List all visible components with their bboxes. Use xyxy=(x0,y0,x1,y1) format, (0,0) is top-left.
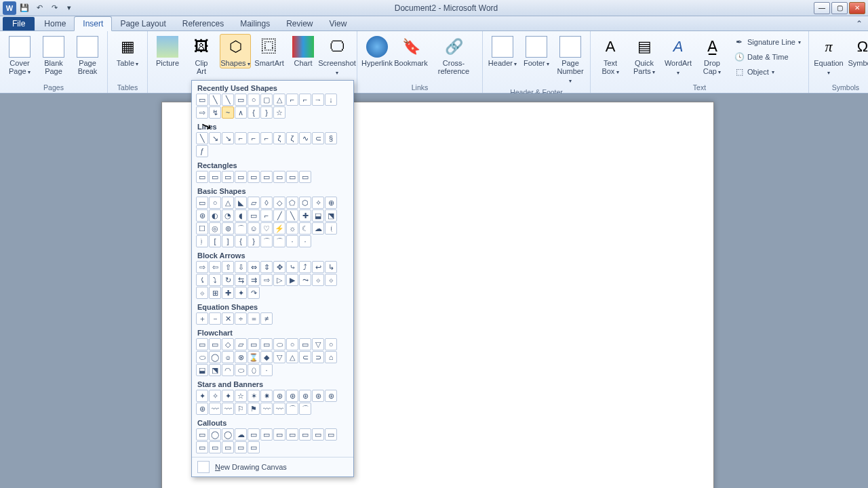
shape-item[interactable]: ▭ xyxy=(235,94,247,106)
shape-item[interactable]: ] xyxy=(222,235,234,247)
blank-page-button[interactable]: Blank Page xyxy=(38,34,69,76)
shape-item[interactable]: § xyxy=(325,132,337,144)
shape-item[interactable]: ⌂ xyxy=(325,351,337,363)
shape-item[interactable]: △ xyxy=(273,94,285,106)
shape-item[interactable]: ⟯ xyxy=(196,235,208,247)
quickparts-button[interactable]: ▤Quick Parts xyxy=(629,34,660,77)
shape-item[interactable]: ☁ xyxy=(312,222,324,235)
collapse-ribbon-icon[interactable]: ⌃ xyxy=(856,19,863,28)
shape-item[interactable]: ▭ xyxy=(273,428,285,441)
shape-item[interactable]: ✚ xyxy=(222,287,234,299)
shape-item[interactable]: ◯ xyxy=(209,351,221,363)
shape-item[interactable]: ⚐ xyxy=(235,403,247,415)
shape-item[interactable]: ⤵ xyxy=(209,274,221,286)
shapes-button[interactable]: ⬡Shapes xyxy=(220,34,251,68)
shape-item[interactable]: ◐ xyxy=(209,209,221,222)
shape-item[interactable]: ⌐ xyxy=(260,209,273,222)
shape-item[interactable]: ◆ xyxy=(260,351,273,363)
cover-page-button[interactable]: Cover Page xyxy=(4,34,35,77)
shape-item[interactable]: 〰 xyxy=(209,403,221,415)
shape-item[interactable]: ⌾ xyxy=(222,351,234,363)
shape-item[interactable]: ≠ xyxy=(260,312,273,325)
shape-item[interactable]: ▭ xyxy=(260,428,273,441)
shape-item[interactable]: ☆ xyxy=(235,390,247,402)
shape-item[interactable]: ⬭ xyxy=(273,338,285,350)
file-tab[interactable]: File xyxy=(3,17,35,30)
shape-item[interactable]: ⌒ xyxy=(260,235,273,247)
shape-item[interactable]: ⬓ xyxy=(196,364,208,376)
shape-item[interactable]: ⊂ xyxy=(312,132,324,144)
shape-item[interactable]: ⇔ xyxy=(248,261,260,273)
shape-item[interactable]: · xyxy=(286,235,298,247)
shape-item[interactable]: ▭ xyxy=(196,428,208,441)
shape-item[interactable]: ◊ xyxy=(260,197,273,209)
shape-item[interactable]: ▭ xyxy=(235,171,247,183)
shape-item[interactable]: ╲ xyxy=(209,94,221,106)
shape-item[interactable]: ⇨ xyxy=(196,106,208,119)
smartart-button[interactable]: ⿴SmartArt xyxy=(254,34,285,68)
textbox-button[interactable]: AText Box xyxy=(595,34,626,77)
shape-item[interactable]: ζ xyxy=(273,132,285,144)
shape-item[interactable]: ⚡ xyxy=(273,222,285,235)
minimize-button[interactable]: — xyxy=(814,2,830,14)
shape-item[interactable]: ⬡ xyxy=(299,197,311,209)
shape-item[interactable]: 〰 xyxy=(260,403,273,415)
shape-item[interactable]: ○ xyxy=(325,338,337,350)
equation-button[interactable]: πEquation xyxy=(813,34,844,77)
shape-item[interactable]: ＋ xyxy=(196,312,208,325)
shape-item[interactable]: ⌒ xyxy=(286,403,298,415)
shape-item[interactable]: ✚ xyxy=(299,209,311,222)
shape-item[interactable]: ○ xyxy=(286,338,298,350)
shape-item[interactable]: ⟐ xyxy=(325,274,337,286)
shape-item[interactable]: ▭ xyxy=(248,441,260,453)
shape-item[interactable]: ◠ xyxy=(222,364,234,376)
shape-item[interactable]: ▭ xyxy=(196,94,208,106)
shape-item[interactable]: ▭ xyxy=(209,338,221,350)
symbol-button[interactable]: ΩSymbol xyxy=(847,34,868,68)
shape-item[interactable]: 〰 xyxy=(273,403,285,415)
picture-button[interactable]: Picture xyxy=(152,34,183,68)
hyperlink-button[interactable]: Hyperlink xyxy=(361,34,393,68)
shape-item[interactable]: ✶ xyxy=(248,390,260,402)
shape-item[interactable]: ▭ xyxy=(196,171,208,183)
shape-item[interactable]: ▭ xyxy=(286,171,298,183)
shape-item[interactable]: ╲ xyxy=(196,132,208,144)
shape-item[interactable]: ✧ xyxy=(209,390,221,402)
shape-item[interactable]: ☾ xyxy=(299,222,311,235)
tab-references[interactable]: References xyxy=(174,17,232,30)
shape-item[interactable]: ⊚ xyxy=(222,222,234,235)
shape-item[interactable]: ◇ xyxy=(273,197,285,209)
shape-item[interactable]: ⌐ xyxy=(248,132,260,144)
shape-item[interactable]: ＝ xyxy=(248,312,260,325)
shape-item[interactable]: ▭ xyxy=(248,428,260,441)
shape-item[interactable]: ✦ xyxy=(196,390,208,402)
shape-item[interactable]: ◎ xyxy=(209,222,221,235)
shape-item[interactable]: { xyxy=(248,106,260,119)
crossref-button[interactable]: 🔗Cross-reference xyxy=(429,34,478,76)
shape-item[interactable]: ⊛ xyxy=(299,390,311,402)
shape-item[interactable]: ⌐ xyxy=(260,132,273,144)
shape-item[interactable]: ⇩ xyxy=(235,261,247,273)
datetime-button[interactable]: 🕓Date & Time xyxy=(730,50,804,64)
shape-item[interactable]: ☼ xyxy=(286,222,298,235)
shape-item[interactable]: ⬠ xyxy=(286,197,298,209)
tab-insert[interactable]: Insert xyxy=(74,16,112,31)
signature-line-button[interactable]: ✒Signature Line ▾ xyxy=(730,35,804,49)
shape-item[interactable]: ☺ xyxy=(248,222,260,235)
shape-item[interactable]: ☆ xyxy=(273,106,285,119)
shape-item[interactable]: ⊛ xyxy=(196,209,208,222)
shape-item[interactable]: ✕ xyxy=(222,312,234,325)
shape-item[interactable]: ⬭ xyxy=(235,364,247,376)
shape-item[interactable]: ⇨ xyxy=(260,274,273,286)
shape-item[interactable]: ⇕ xyxy=(260,261,273,273)
screenshot-button[interactable]: 🖵Screenshot xyxy=(321,34,353,77)
shape-item[interactable]: ▭ xyxy=(299,338,311,350)
shape-item[interactable]: － xyxy=(209,312,221,325)
shape-item[interactable]: ↳ xyxy=(325,261,337,273)
shape-item[interactable]: [ xyxy=(209,235,221,247)
shape-item[interactable]: ▽ xyxy=(273,351,285,363)
tab-review[interactable]: Review xyxy=(278,17,321,30)
shape-item[interactable]: ▭ xyxy=(260,338,273,350)
shape-item[interactable]: ▭ xyxy=(196,441,208,453)
shape-item[interactable]: ⚑ xyxy=(248,403,260,415)
